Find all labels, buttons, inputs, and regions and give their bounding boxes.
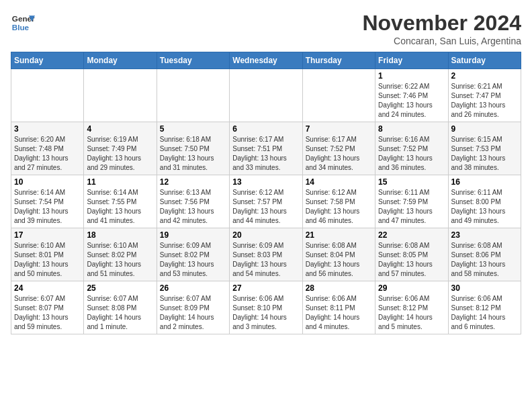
day-info: Sunrise: 6:11 AM Sunset: 7:59 PM Dayligh… [378, 188, 445, 226]
day-info: Sunrise: 6:12 AM Sunset: 7:58 PM Dayligh… [306, 188, 372, 226]
day-info: Sunrise: 6:06 AM Sunset: 8:10 PM Dayligh… [232, 294, 299, 332]
day-number: 14 [306, 177, 372, 187]
day-number: 10 [14, 177, 81, 187]
day-info: Sunrise: 6:22 AM Sunset: 7:46 PM Dayligh… [378, 82, 445, 120]
calendar-cell: 14Sunrise: 6:12 AM Sunset: 7:58 PM Dayli… [302, 175, 375, 228]
day-number: 26 [160, 283, 226, 293]
calendar-cell: 4Sunrise: 6:19 AM Sunset: 7:49 PM Daylig… [84, 122, 157, 175]
calendar-cell: 29Sunrise: 6:06 AM Sunset: 8:12 PM Dayli… [375, 281, 448, 334]
calendar-cell: 26Sunrise: 6:07 AM Sunset: 8:09 PM Dayli… [157, 281, 229, 334]
calendar-week-row: 10Sunrise: 6:14 AM Sunset: 7:54 PM Dayli… [11, 175, 521, 228]
day-number: 2 [451, 71, 518, 81]
day-info: Sunrise: 6:10 AM Sunset: 8:02 PM Dayligh… [87, 241, 153, 279]
calendar-cell: 15Sunrise: 6:11 AM Sunset: 7:59 PM Dayli… [375, 175, 448, 228]
calendar-cell: 10Sunrise: 6:14 AM Sunset: 7:54 PM Dayli… [11, 175, 84, 228]
calendar-cell: 3Sunrise: 6:20 AM Sunset: 7:48 PM Daylig… [11, 122, 84, 175]
calendar-table: SundayMondayTuesdayWednesdayThursdayFrid… [11, 52, 521, 334]
calendar-cell: 12Sunrise: 6:13 AM Sunset: 7:56 PM Dayli… [157, 175, 229, 228]
day-number: 4 [87, 124, 153, 134]
day-info: Sunrise: 6:06 AM Sunset: 8:12 PM Dayligh… [451, 294, 518, 332]
month-title: November 2024 [362, 11, 521, 36]
day-number: 3 [14, 124, 81, 134]
location-subtitle: Concaran, San Luis, Argentina [362, 36, 521, 46]
day-number: 21 [306, 230, 372, 240]
calendar-cell: 1Sunrise: 6:22 AM Sunset: 7:46 PM Daylig… [375, 69, 448, 122]
day-info: Sunrise: 6:20 AM Sunset: 7:48 PM Dayligh… [14, 135, 81, 173]
logo-icon: General Blue [11, 11, 35, 35]
day-number: 7 [306, 124, 372, 134]
day-number: 28 [306, 283, 372, 293]
day-number: 27 [232, 283, 299, 293]
day-info: Sunrise: 6:14 AM Sunset: 7:55 PM Dayligh… [87, 188, 153, 226]
calendar-cell: 16Sunrise: 6:11 AM Sunset: 8:00 PM Dayli… [448, 175, 521, 228]
day-info: Sunrise: 6:21 AM Sunset: 7:47 PM Dayligh… [451, 82, 518, 120]
day-number: 20 [232, 230, 299, 240]
day-info: Sunrise: 6:07 AM Sunset: 8:07 PM Dayligh… [14, 294, 81, 332]
weekday-header-tuesday: Tuesday [157, 52, 229, 69]
weekday-header-wednesday: Wednesday [230, 52, 302, 69]
day-info: Sunrise: 6:12 AM Sunset: 7:57 PM Dayligh… [232, 188, 299, 226]
calendar-cell: 5Sunrise: 6:18 AM Sunset: 7:50 PM Daylig… [157, 122, 229, 175]
day-number: 23 [451, 230, 518, 240]
day-number: 30 [451, 283, 518, 293]
day-info: Sunrise: 6:10 AM Sunset: 8:01 PM Dayligh… [14, 241, 81, 279]
weekday-header-monday: Monday [84, 52, 157, 69]
calendar-cell [11, 69, 84, 122]
calendar-cell: 18Sunrise: 6:10 AM Sunset: 8:02 PM Dayli… [84, 228, 157, 281]
day-info: Sunrise: 6:17 AM Sunset: 7:51 PM Dayligh… [232, 135, 299, 173]
day-info: Sunrise: 6:08 AM Sunset: 8:06 PM Dayligh… [451, 241, 518, 279]
calendar-cell: 23Sunrise: 6:08 AM Sunset: 8:06 PM Dayli… [448, 228, 521, 281]
day-info: Sunrise: 6:08 AM Sunset: 8:04 PM Dayligh… [306, 241, 372, 279]
calendar-cell: 30Sunrise: 6:06 AM Sunset: 8:12 PM Dayli… [448, 281, 521, 334]
calendar-week-row: 3Sunrise: 6:20 AM Sunset: 7:48 PM Daylig… [11, 122, 521, 175]
page-header: General Blue November 2024 Concaran, San… [11, 11, 521, 46]
calendar-cell [302, 69, 375, 122]
calendar-cell: 2Sunrise: 6:21 AM Sunset: 7:47 PM Daylig… [448, 69, 521, 122]
day-number: 11 [87, 177, 153, 187]
day-info: Sunrise: 6:09 AM Sunset: 8:02 PM Dayligh… [160, 241, 226, 279]
logo: General Blue [11, 11, 35, 35]
calendar-cell: 20Sunrise: 6:09 AM Sunset: 8:03 PM Dayli… [230, 228, 302, 281]
day-number: 16 [451, 177, 518, 187]
day-info: Sunrise: 6:06 AM Sunset: 8:11 PM Dayligh… [306, 294, 372, 332]
svg-text:Blue: Blue [12, 23, 30, 32]
calendar-week-row: 1Sunrise: 6:22 AM Sunset: 7:46 PM Daylig… [11, 69, 521, 122]
day-info: Sunrise: 6:07 AM Sunset: 8:08 PM Dayligh… [87, 294, 153, 332]
day-number: 12 [160, 177, 226, 187]
day-number: 18 [87, 230, 153, 240]
calendar-cell: 6Sunrise: 6:17 AM Sunset: 7:51 PM Daylig… [230, 122, 302, 175]
calendar-cell: 17Sunrise: 6:10 AM Sunset: 8:01 PM Dayli… [11, 228, 84, 281]
calendar-week-row: 24Sunrise: 6:07 AM Sunset: 8:07 PM Dayli… [11, 281, 521, 334]
calendar-cell: 11Sunrise: 6:14 AM Sunset: 7:55 PM Dayli… [84, 175, 157, 228]
title-area: November 2024 Concaran, San Luis, Argent… [362, 11, 521, 46]
calendar-cell: 7Sunrise: 6:17 AM Sunset: 7:52 PM Daylig… [302, 122, 375, 175]
weekday-header-thursday: Thursday [302, 52, 375, 69]
day-number: 25 [87, 283, 153, 293]
day-info: Sunrise: 6:18 AM Sunset: 7:50 PM Dayligh… [160, 135, 226, 173]
day-number: 6 [232, 124, 299, 134]
calendar-cell: 25Sunrise: 6:07 AM Sunset: 8:08 PM Dayli… [84, 281, 157, 334]
weekday-header-saturday: Saturday [448, 52, 521, 69]
day-number: 13 [232, 177, 299, 187]
calendar-cell: 19Sunrise: 6:09 AM Sunset: 8:02 PM Dayli… [157, 228, 229, 281]
day-number: 24 [14, 283, 81, 293]
day-number: 29 [378, 283, 445, 293]
calendar-cell [157, 69, 229, 122]
day-number: 5 [160, 124, 226, 134]
calendar-cell: 24Sunrise: 6:07 AM Sunset: 8:07 PM Dayli… [11, 281, 84, 334]
calendar-week-row: 17Sunrise: 6:10 AM Sunset: 8:01 PM Dayli… [11, 228, 521, 281]
day-info: Sunrise: 6:17 AM Sunset: 7:52 PM Dayligh… [306, 135, 372, 173]
day-number: 15 [378, 177, 445, 187]
calendar-cell: 27Sunrise: 6:06 AM Sunset: 8:10 PM Dayli… [230, 281, 302, 334]
day-number: 19 [160, 230, 226, 240]
day-info: Sunrise: 6:07 AM Sunset: 8:09 PM Dayligh… [160, 294, 226, 332]
day-info: Sunrise: 6:14 AM Sunset: 7:54 PM Dayligh… [14, 188, 81, 226]
day-info: Sunrise: 6:19 AM Sunset: 7:49 PM Dayligh… [87, 135, 153, 173]
day-info: Sunrise: 6:13 AM Sunset: 7:56 PM Dayligh… [160, 188, 226, 226]
day-number: 8 [378, 124, 445, 134]
day-number: 22 [378, 230, 445, 240]
day-number: 17 [14, 230, 81, 240]
calendar-cell: 13Sunrise: 6:12 AM Sunset: 7:57 PM Dayli… [230, 175, 302, 228]
day-info: Sunrise: 6:08 AM Sunset: 8:05 PM Dayligh… [378, 241, 445, 279]
day-info: Sunrise: 6:06 AM Sunset: 8:12 PM Dayligh… [378, 294, 445, 332]
